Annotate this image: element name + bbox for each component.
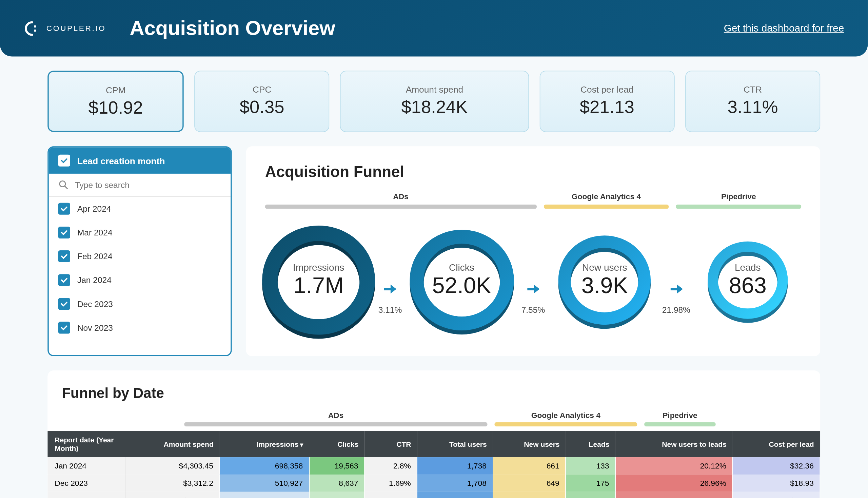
funnel-step-label: Clicks	[449, 262, 475, 273]
kpi-value: $10.92	[49, 97, 183, 118]
table-cell: 1,738	[417, 457, 493, 475]
table-cell: 1,708	[417, 475, 493, 492]
checkbox-icon[interactable]	[58, 322, 70, 333]
table-cell: 510,927	[219, 475, 309, 492]
funnel-tab-pipedrive: Pipedrive	[676, 192, 801, 209]
table-cell: 175	[565, 475, 615, 492]
kpi-card-ctr[interactable]: CTR3.11%	[685, 71, 820, 132]
funnel-table: Report date (Year Month)Amount spendImpr…	[48, 431, 820, 498]
kpi-label: Amount spend	[341, 84, 528, 95]
table-head-tab-label: Google Analytics 4	[494, 411, 637, 420]
table-row: Nov 2023$2,058.8159,2025,9343.73%1,72865…	[48, 492, 820, 498]
arrow-right-icon	[383, 281, 398, 297]
filter-item[interactable]: Apr 2024	[49, 197, 230, 221]
funnel-step-value: 863	[729, 273, 766, 298]
funnel-transition-pct: 7.55%	[521, 305, 545, 314]
arrow-right-icon	[525, 281, 541, 297]
column-header[interactable]: CTR	[364, 431, 417, 457]
logo: COUPLER.IO	[24, 20, 106, 37]
kpi-value: $0.35	[195, 97, 329, 117]
funnel-transition-pct: 3.11%	[378, 305, 402, 314]
funnel-step-label: Leads	[735, 262, 761, 273]
column-header[interactable]: Cost per lead	[732, 431, 820, 457]
funnel-step-value: 1.7M	[294, 273, 344, 298]
checkbox-icon[interactable]	[58, 250, 70, 262]
funnel-step-label: Impressions	[293, 262, 344, 273]
column-header[interactable]: Impressions	[219, 431, 309, 457]
funnel-title: Acquisition Funnel	[265, 163, 801, 181]
checkbox-icon[interactable]	[58, 227, 70, 238]
funnel-step-label: New users	[582, 262, 627, 273]
table-cell: 8,637	[309, 475, 364, 492]
table-cell: 649	[493, 475, 565, 492]
checkbox-icon[interactable]	[58, 298, 70, 310]
arrow-right-icon	[668, 281, 684, 297]
filter-item[interactable]: Jan 2024	[49, 268, 230, 292]
kpi-label: CPC	[195, 84, 329, 95]
funnel-tab-label: Pipedrive	[676, 192, 801, 201]
column-header[interactable]: Amount spend	[125, 431, 219, 457]
funnel-tab-ads: ADs	[265, 192, 536, 209]
column-header[interactable]: New users	[493, 431, 565, 457]
kpi-card-cost-per-lead[interactable]: Cost per lead$21.13	[539, 71, 675, 132]
filter-search[interactable]	[49, 174, 230, 197]
table-card: Funnel by Date ADsGoogle Analytics 4Pipe…	[48, 370, 820, 498]
table-cell: $2,058.8	[125, 492, 219, 498]
filter-item-label: Mar 2024	[77, 228, 112, 237]
table-cell: Jan 2024	[48, 457, 125, 475]
table-cell: 25.15%	[615, 492, 733, 498]
filter-item-label: Dec 2023	[77, 299, 113, 309]
kpi-label: CTR	[686, 84, 820, 95]
filter-item[interactable]: Mar 2024	[49, 221, 230, 244]
table-head-tab-label: Pipedrive	[644, 411, 716, 420]
content: CPM$10.92CPC$0.35Amount spend$18.24KCost…	[0, 57, 868, 498]
table-cell: 165	[565, 492, 615, 498]
coupler-logo-icon	[24, 20, 40, 37]
funnel-arrow: 21.98%	[668, 281, 684, 297]
column-header[interactable]: Report date (Year Month)	[48, 431, 125, 457]
filter-item-label: Feb 2024	[77, 252, 112, 261]
table-cell: 3.73%	[364, 492, 417, 498]
checkbox-icon[interactable]	[58, 274, 70, 286]
kpi-value: $21.13	[540, 97, 674, 117]
search-input[interactable]	[75, 180, 221, 189]
table-cell: $18.93	[732, 475, 820, 492]
funnel-step-value: 52.0K	[432, 273, 491, 298]
table-cell: $12.48	[732, 492, 820, 498]
table-cell: Dec 2023	[48, 475, 125, 492]
column-header[interactable]: Clicks	[309, 431, 364, 457]
page-header: COUPLER.IO Acquisition Overview Get this…	[0, 0, 868, 57]
funnel-arrow: 3.11%	[383, 281, 398, 297]
table-cell: 26.96%	[615, 475, 733, 492]
funnel-step-new-users: New users3.9K	[551, 221, 658, 340]
funnel-tab-bar	[265, 205, 536, 209]
table-head-tab-label: ADs	[184, 411, 487, 420]
funnel-transition-pct: 21.98%	[662, 305, 690, 314]
table-row: Jan 2024$4,303.45698,35819,5632.8%1,7386…	[48, 457, 820, 475]
filter-item[interactable]: Feb 2024	[49, 244, 230, 268]
table-row: Dec 2023$3,312.2510,9278,6371.69%1,70864…	[48, 475, 820, 492]
filter-item[interactable]: Dec 2023	[49, 292, 230, 316]
filter-item-label: Jan 2024	[77, 275, 111, 285]
filter-item[interactable]: Nov 2023	[49, 316, 230, 340]
brand: COUPLER.IO Acquisition Overview	[24, 17, 335, 40]
filter-header[interactable]: Lead creation month	[49, 147, 230, 174]
kpi-card-cpc[interactable]: CPC$0.35	[195, 71, 330, 132]
table-cell: $32.36	[732, 457, 820, 475]
column-header[interactable]: Leads	[565, 431, 615, 457]
table-cell: 661	[493, 457, 565, 475]
column-header[interactable]: New users to leads	[615, 431, 733, 457]
checkbox-all-icon[interactable]	[58, 155, 70, 167]
table-cell: Nov 2023	[48, 492, 125, 498]
kpi-card-cpm[interactable]: CPM$10.92	[48, 71, 184, 132]
kpi-card-amount-spend[interactable]: Amount spend$18.24K	[340, 71, 529, 132]
table-cell: 5,934	[309, 492, 364, 498]
checkbox-icon[interactable]	[58, 203, 70, 215]
get-dashboard-link[interactable]: Get this dashboard for free	[724, 22, 844, 34]
column-header[interactable]: Total users	[417, 431, 493, 457]
table-cell: 2.8%	[364, 457, 417, 475]
table-head-tab-bar	[184, 422, 487, 427]
table-head-tab-bar	[644, 422, 716, 427]
filter-title: Lead creation month	[77, 155, 165, 166]
funnel-step-value: 3.9K	[582, 273, 628, 298]
